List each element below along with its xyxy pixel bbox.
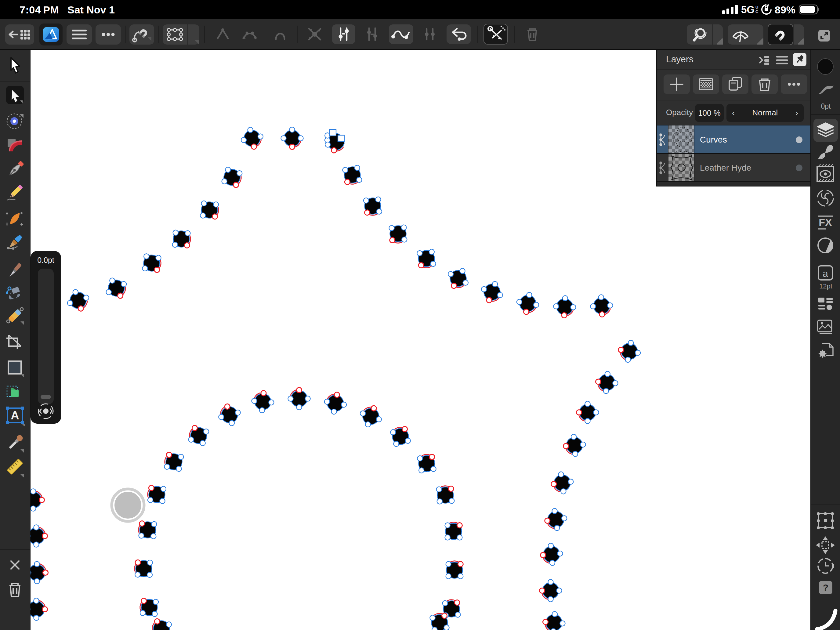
svg-text:a: a: [823, 268, 828, 279]
svg-text:A: A: [11, 409, 19, 422]
svg-text:C: C: [755, 9, 758, 14]
svg-text:89%: 89%: [775, 4, 796, 16]
svg-text:5G: 5G: [741, 4, 755, 15]
svg-text:FX: FX: [819, 216, 832, 228]
svg-text:U: U: [755, 5, 758, 9]
